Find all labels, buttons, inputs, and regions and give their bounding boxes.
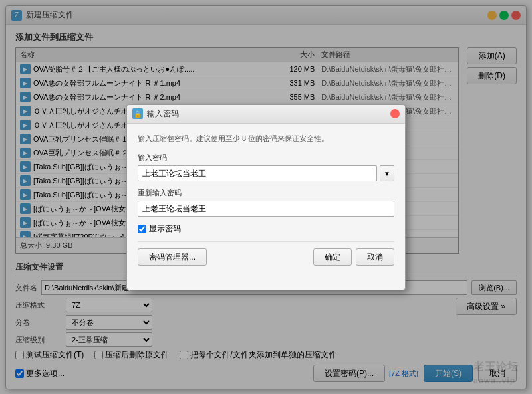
password-dropdown-button[interactable]: ▼ xyxy=(380,165,394,181)
dialog-title-bar: 🔒 输入密码 xyxy=(127,105,405,124)
password-field-label: 输入密码 xyxy=(138,153,394,163)
dialog-overlay: 🔒 输入密码 输入压缩包密码。建议使用至少 8 位的密码来保证安全性。 输入密码… xyxy=(0,0,532,394)
dialog-ok-button[interactable]: 确定 xyxy=(313,248,352,266)
show-password-checkbox[interactable] xyxy=(138,225,146,233)
password-dialog: 🔒 输入密码 输入压缩包密码。建议使用至少 8 位的密码来保证安全性。 输入密码… xyxy=(126,104,406,290)
dialog-cancel-button[interactable]: 取消 xyxy=(356,248,394,266)
confirm-input-row xyxy=(138,201,394,217)
show-password-label[interactable]: 显示密码 xyxy=(149,223,181,235)
password-input[interactable] xyxy=(138,165,377,181)
dialog-description: 输入压缩包密码。建议使用至少 8 位的密码来保证安全性。 xyxy=(138,133,394,144)
dialog-close-button[interactable] xyxy=(390,109,400,118)
dialog-icon: 🔒 xyxy=(132,108,143,119)
dialog-content: 输入压缩包密码。建议使用至少 8 位的密码来保证安全性。 输入密码 ▼ 重新输入… xyxy=(127,124,405,276)
confirm-field-label: 重新输入密码 xyxy=(138,188,394,198)
show-password-row: 显示密码 xyxy=(138,223,394,235)
confirm-password-input[interactable] xyxy=(138,201,394,217)
dialog-title: 输入密码 xyxy=(147,108,390,120)
password-input-row: ▼ xyxy=(138,165,394,181)
dialog-bottom-row: 密码管理器... 确定 取消 xyxy=(138,241,394,266)
password-manager-button[interactable]: 密码管理器... xyxy=(138,248,207,266)
